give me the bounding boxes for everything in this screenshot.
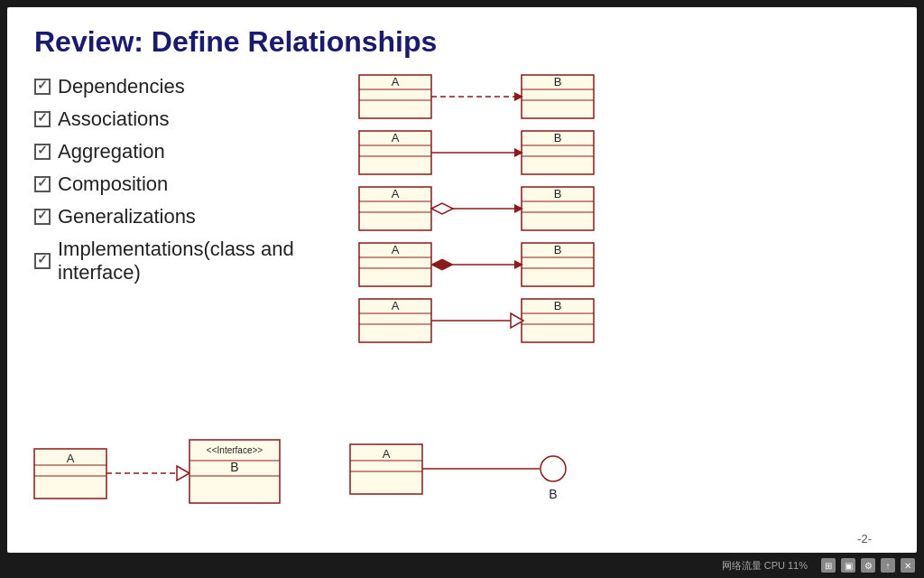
list-item: Composition xyxy=(34,172,341,196)
bullet-text: Generalizations xyxy=(58,205,196,228)
slide-title: Review: Define Relationships xyxy=(34,25,890,59)
list-item: Aggregation xyxy=(34,140,341,163)
taskbar-icons: ⊞ ▣ ⚙ ↑ ✕ xyxy=(821,558,915,573)
svg-text:B: B xyxy=(554,243,562,256)
bottom-right-diagram: A B xyxy=(341,426,612,526)
svg-text:B: B xyxy=(549,487,557,501)
checkbox-icon xyxy=(34,79,51,95)
svg-text:A: A xyxy=(383,447,391,461)
svg-text:B: B xyxy=(554,187,562,200)
page-number: -2- xyxy=(857,532,872,545)
main-body: Dependencies Associations Aggregation Co… xyxy=(34,75,890,350)
svg-text:<<Interface>>: <<Interface>> xyxy=(207,445,263,455)
bottom-diagrams: A <<Interface>> B A xyxy=(25,426,899,526)
bullet-text: Aggregation xyxy=(58,140,165,163)
list-item: Implementations(class and interface) xyxy=(34,238,341,284)
checkbox-icon xyxy=(34,253,51,269)
bullet-text: Composition xyxy=(58,172,168,196)
monitor-icon[interactable]: ⊞ xyxy=(821,558,836,573)
bullet-text: Dependencies xyxy=(58,75,185,98)
checkbox-icon xyxy=(34,176,51,192)
diagram-area: A B A B xyxy=(350,66,890,350)
svg-marker-39 xyxy=(431,259,453,270)
bullet-list: Dependencies Associations Aggregation Co… xyxy=(34,75,341,294)
window-icon[interactable]: ▣ xyxy=(841,558,855,573)
arrow-icon[interactable]: ↑ xyxy=(881,558,895,573)
checkbox-icon xyxy=(34,144,51,160)
svg-text:B: B xyxy=(554,131,562,144)
checkbox-icon xyxy=(34,111,51,127)
slide-area: Review: Define Relationships Dependencie… xyxy=(7,7,917,553)
svg-text:A: A xyxy=(67,452,75,465)
checkbox-icon xyxy=(34,209,51,225)
bullet-text: Implementations(class and interface) xyxy=(58,238,341,284)
taskbar-info: 网络流量 CPU 11% xyxy=(722,559,808,573)
svg-text:A: A xyxy=(392,187,400,200)
main-uml-diagram: A B A B xyxy=(350,66,612,346)
svg-marker-28 xyxy=(431,203,453,214)
slide-content: Review: Define Relationships Dependencie… xyxy=(7,7,917,553)
bullet-text: Associations xyxy=(58,107,170,131)
svg-text:A: A xyxy=(392,75,400,89)
svg-text:A: A xyxy=(392,243,400,256)
bottom-left-diagram: A <<Interface>> B xyxy=(25,426,314,526)
svg-point-68 xyxy=(541,456,566,481)
close-icon[interactable]: ✕ xyxy=(901,558,915,573)
svg-marker-57 xyxy=(177,466,189,480)
list-item: Associations xyxy=(34,107,341,131)
svg-text:A: A xyxy=(392,131,400,144)
svg-text:B: B xyxy=(554,75,562,89)
settings-icon[interactable]: ⚙ xyxy=(861,558,875,573)
taskbar: 网络流量 CPU 11% ⊞ ▣ ⚙ ↑ ✕ xyxy=(0,553,924,578)
svg-text:A: A xyxy=(392,299,400,312)
list-item: Generalizations xyxy=(34,205,341,228)
svg-text:B: B xyxy=(554,299,562,312)
list-item: Dependencies xyxy=(34,75,341,98)
svg-text:B: B xyxy=(230,460,238,474)
